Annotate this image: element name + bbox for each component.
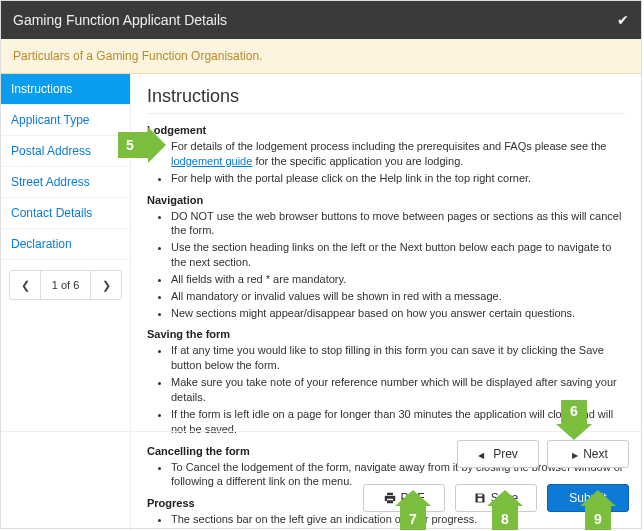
section-heading-lodgement: Lodgement — [147, 124, 625, 136]
page-header-title: Gaming Function Applicant Details — [13, 12, 227, 28]
sidebar-item-applicant-type[interactable]: Applicant Type — [1, 105, 130, 136]
list-item: For details of the lodgement process inc… — [171, 139, 625, 169]
list-item: Use the section heading links on the lef… — [171, 240, 625, 270]
footer-action-row: PDF Save Submit — [1, 476, 641, 528]
notice-banner: Particulars of a Gaming Function Organis… — [1, 39, 641, 74]
save-icon — [474, 492, 486, 504]
list-item: All fields with a red * are mandatory. — [171, 272, 625, 287]
caret-right-icon — [568, 447, 578, 461]
list-item: For help with the portal please click on… — [171, 171, 625, 186]
sidebar-item-declaration[interactable]: Declaration — [1, 229, 130, 260]
callout-8: 8 — [487, 490, 523, 530]
section-heading-saving: Saving the form — [147, 328, 625, 340]
callout-6: 6 — [556, 400, 592, 440]
caret-left-icon — [478, 447, 488, 461]
pager-prev-button[interactable]: ❮ — [10, 271, 40, 299]
sidebar-item-postal-address[interactable]: Postal Address — [1, 136, 130, 167]
pager-next-button[interactable]: ❯ — [91, 271, 121, 299]
list-item: New sections might appear/disappear base… — [171, 306, 625, 321]
print-icon — [384, 492, 396, 504]
sidebar-item-instructions[interactable]: Instructions — [1, 74, 130, 105]
title-bar: Gaming Function Applicant Details ✔ — [1, 1, 641, 39]
list-item: If at any time you would like to stop fi… — [171, 343, 625, 373]
callout-9: 9 — [580, 490, 616, 530]
prev-button[interactable]: Prev — [457, 440, 539, 468]
footer-nav-row: Prev Next — [1, 431, 641, 476]
section-heading-navigation: Navigation — [147, 194, 625, 206]
sidebar-pager: ❮ 1 of 6 ❯ — [9, 270, 122, 300]
callout-7: 7 — [395, 490, 431, 530]
callout-5: 5 — [118, 127, 166, 163]
lodgement-guide-link[interactable]: lodgement guide — [171, 155, 252, 167]
sidebar-item-street-address[interactable]: Street Address — [1, 167, 130, 198]
page-title: Instructions — [147, 86, 625, 114]
pager-count: 1 of 6 — [40, 271, 91, 299]
next-button[interactable]: Next — [547, 440, 629, 468]
sidebar-item-contact-details[interactable]: Contact Details — [1, 198, 130, 229]
list-item: All mandatory or invalid values will be … — [171, 289, 625, 304]
list-item: DO NOT use the web browser buttons to mo… — [171, 209, 625, 239]
check-icon: ✔ — [617, 12, 629, 28]
